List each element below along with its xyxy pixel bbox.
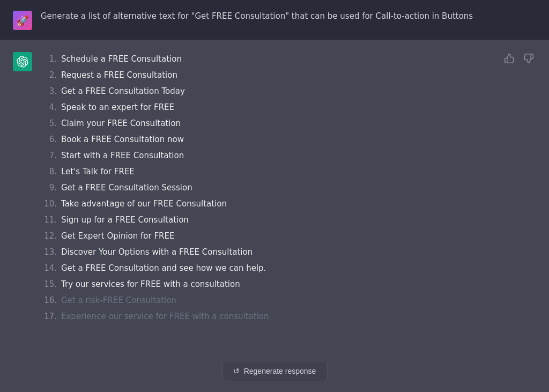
list-item-number: 3.: [41, 85, 57, 98]
regenerate-container: ↺ Regenerate response: [222, 361, 328, 381]
header-section: 🚀 Generate a list of alternative text fo…: [0, 0, 549, 40]
regenerate-label: Regenerate response: [244, 367, 316, 375]
list-item: 12.Get Expert Opinion for FREE: [41, 228, 536, 244]
list-item-number: 9.: [41, 181, 57, 194]
list-item-text: Try our services for FREE with a consult…: [61, 278, 240, 291]
list-item-text: Get a FREE Consultation Today: [61, 85, 185, 98]
list-item: 6.Book a FREE Consultation now: [41, 131, 536, 147]
list-item: 4.Speak to an expert for FREE: [41, 99, 536, 115]
app-container: 🚀 Generate a list of alternative text fo…: [0, 0, 549, 392]
list-item: 3.Get a FREE Consultation Today: [41, 83, 536, 99]
regenerate-button[interactable]: ↺ Regenerate response: [222, 361, 328, 381]
list-item-number: 11.: [41, 213, 57, 226]
list-item-text: Experience our service for FREE with a c…: [61, 310, 269, 323]
list-item: 15.Try our services for FREE with a cons…: [41, 276, 536, 292]
list-item-text: Get a risk-FREE Consultation: [61, 294, 176, 307]
list-item-number: 4.: [41, 101, 57, 114]
thumbs-up-icon: [504, 53, 515, 64]
list-item: 14.Get a FREE Consultation and see how w…: [41, 260, 536, 276]
list-item-text: Book a FREE Consultation now: [61, 133, 184, 146]
list-item-text: Speak to an expert for FREE: [61, 101, 174, 114]
list-item-number: 12.: [41, 230, 57, 242]
list-item-number: 17.: [41, 310, 57, 323]
list-item-number: 5.: [41, 117, 57, 130]
prompt-text: Generate a list of alternative text for …: [41, 10, 536, 23]
list-item-text: Take advantage of our FREE Consultation: [61, 197, 227, 210]
list-item-text: Sign up for a FREE Consultation: [61, 213, 189, 226]
list-item-text: Claim your FREE Consultation: [61, 117, 181, 130]
list-item-text: Discover Your Options with a FREE Consul…: [61, 246, 253, 258]
action-buttons: [502, 51, 536, 66]
list-item: 1.Schedule a FREE Consultation: [41, 51, 536, 67]
response-content: 1.Schedule a FREE Consultation2.Request …: [41, 51, 536, 324]
list-item-number: 13.: [41, 246, 57, 258]
list-item-number: 16.: [41, 294, 57, 307]
list-item-text: Let's Talk for FREE: [61, 165, 135, 178]
list-item-number: 8.: [41, 165, 57, 178]
list-item-number: 1.: [41, 53, 57, 65]
list-item-number: 15.: [41, 278, 57, 291]
list-item: 2.Request a FREE Consultation: [41, 67, 536, 83]
list-item-number: 6.: [41, 133, 57, 146]
list-item-number: 10.: [41, 197, 57, 210]
list-item: 7.Start with a FREE Consultation: [41, 147, 536, 164]
user-avatar-icon: 🚀: [13, 11, 32, 30]
list-item: 8.Let's Talk for FREE: [41, 164, 536, 180]
regenerate-icon: ↺: [233, 367, 240, 375]
thumbs-down-icon: [523, 53, 534, 64]
list-item-text: Request a FREE Consultation: [61, 69, 177, 82]
list-item: 16.Get a risk-FREE Consultation: [41, 292, 536, 308]
list-item-text: Schedule a FREE Consultation: [61, 53, 182, 65]
list-item-number: 14.: [41, 262, 57, 275]
list-item: 10.Take advantage of our FREE Consultati…: [41, 196, 536, 212]
gpt-avatar: [13, 52, 32, 71]
thumbs-up-button[interactable]: [502, 51, 517, 66]
openai-logo-icon: [17, 56, 28, 68]
list-item: 13.Discover Your Options with a FREE Con…: [41, 244, 536, 260]
list-item-text: Get a FREE Consultation and see how we c…: [61, 262, 266, 275]
list-item-text: Get Expert Opinion for FREE: [61, 230, 174, 242]
response-section: 1.Schedule a FREE Consultation2.Request …: [0, 40, 549, 392]
list-item: 17.Experience our service for FREE with …: [41, 308, 536, 324]
list-item: 11.Sign up for a FREE Consultation: [41, 212, 536, 228]
list-item-text: Start with a FREE Consultation: [61, 149, 184, 162]
response-list: 1.Schedule a FREE Consultation2.Request …: [41, 51, 536, 324]
thumbs-down-button[interactable]: [521, 51, 536, 66]
list-item-number: 2.: [41, 69, 57, 82]
list-item: 5.Claim your FREE Consultation: [41, 115, 536, 131]
list-item: 9.Get a FREE Consultation Session: [41, 180, 536, 196]
list-item-text: Get a FREE Consultation Session: [61, 181, 192, 194]
list-item-number: 7.: [41, 149, 57, 162]
